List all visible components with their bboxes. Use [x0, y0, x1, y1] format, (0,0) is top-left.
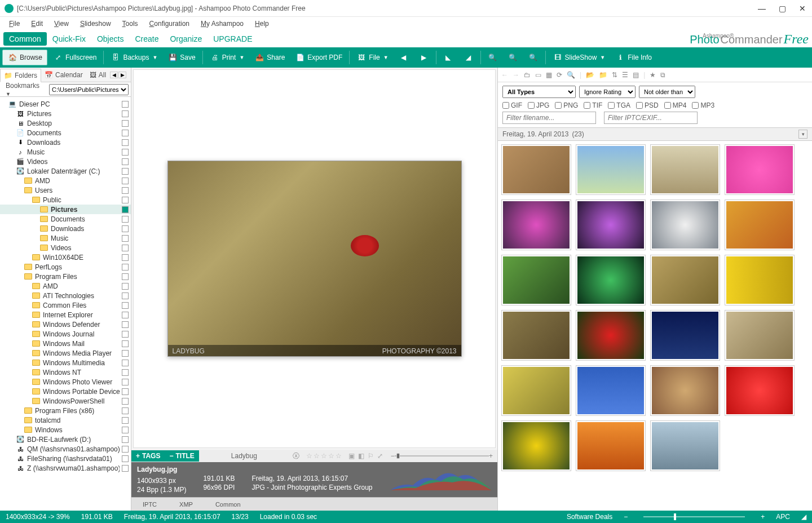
thumbnail[interactable]	[725, 365, 795, 416]
group-header[interactable]: Freitag, 19. April 2013 (23) ▾	[498, 127, 812, 141]
title-clear[interactable]: ⓧ	[289, 451, 303, 461]
tree-node[interactable]: 💻Dieser PC	[0, 99, 131, 109]
software-deals-link[interactable]: Software Deals	[567, 513, 612, 521]
tree-node[interactable]: 🖥Desktop	[0, 118, 131, 128]
zoom-fit-button[interactable]: 🔍	[504, 50, 523, 65]
chk-gif[interactable]: GIF	[502, 101, 522, 109]
tree-node[interactable]: Windows NT	[0, 367, 131, 377]
tree-node[interactable]: 🖧QM (\\ashsrvnas01.ashampoo)	[0, 444, 131, 454]
thumbnail[interactable]	[725, 144, 795, 195]
close-button[interactable]: ✕	[797, 4, 807, 13]
star-icon[interactable]: ★	[650, 71, 656, 79]
tab-organize[interactable]: Organize	[164, 32, 208, 46]
menu-help[interactable]: Help	[250, 19, 273, 29]
refresh-icon[interactable]: ⟳	[557, 71, 562, 79]
chk-png[interactable]: PNG	[555, 101, 578, 109]
tree-node[interactable]: ⬇Downloads	[0, 138, 131, 147]
path-select[interactable]: C:\Users\Public\Pictures	[49, 84, 129, 95]
export-pdf-button[interactable]: 📄 Export PDF	[290, 50, 347, 65]
chk-tif[interactable]: TIF	[584, 101, 602, 109]
slideshow-button[interactable]: 🎞 SlideShow▼	[548, 50, 610, 65]
chk-psd[interactable]: PSD	[636, 101, 659, 109]
bookmarks-dropdown[interactable]: Bookmarks ▼	[2, 81, 47, 99]
tree-node[interactable]: Pictures	[0, 205, 131, 214]
star-icon[interactable]: ☆	[314, 452, 320, 460]
age-filter[interactable]: Not older than...	[639, 86, 695, 98]
zoom-in-button[interactable]: 🔍	[524, 50, 543, 65]
fullscreen-button[interactable]: ⤢ Fullscreen	[48, 50, 101, 65]
favorite-icon[interactable]: ▣	[348, 452, 355, 460]
copy2-icon[interactable]: ⧉	[660, 71, 665, 79]
rating-filter[interactable]: Ignore Rating	[579, 86, 636, 98]
thumbnail[interactable]	[576, 200, 646, 250]
flag-icon[interactable]: ⚐	[368, 452, 374, 460]
copy-icon[interactable]: 🗀	[524, 71, 531, 79]
folder-tree[interactable]: 💻Dieser PC🖼Pictures🖥Desktop📄Documents⬇Do…	[0, 97, 131, 511]
menu-myashampoo[interactable]: My Ashampoo	[196, 19, 248, 29]
thumbnail[interactable]	[576, 365, 646, 416]
tree-node[interactable]: 🖧Z (\\ashsrvwuma01.ashampoo)	[0, 463, 131, 473]
tree-node[interactable]: Public	[0, 195, 131, 205]
thumbnail[interactable]	[576, 420, 646, 471]
compare-icon[interactable]: ◧	[358, 452, 364, 460]
tab-iptc[interactable]: IPTC	[131, 499, 168, 510]
tree-node[interactable]: 💽BD-RE-Laufwerk (D:)	[0, 435, 131, 444]
chk-mp4[interactable]: MP4	[664, 101, 687, 109]
tree-node[interactable]: 🖼Pictures	[0, 109, 131, 118]
thumbnail[interactable]	[725, 255, 795, 305]
menu-file[interactable]: File	[5, 19, 24, 29]
zoom-slider[interactable]	[643, 516, 745, 517]
zoom-out-button[interactable]: 🔍	[483, 50, 502, 65]
tags-button[interactable]: +TAGS	[131, 450, 165, 462]
menu-slideshow[interactable]: Slideshow	[76, 19, 116, 29]
thumbnail[interactable]	[650, 200, 720, 250]
tab-common-meta[interactable]: Common	[204, 499, 252, 510]
tree-node[interactable]: Program Files	[0, 272, 131, 281]
tree-node[interactable]: Music	[0, 233, 131, 243]
chk-jpg[interactable]: JPG	[528, 101, 549, 109]
tree-node[interactable]: totalcmd	[0, 415, 131, 425]
tab-common[interactable]: Common	[3, 32, 47, 46]
filter-iptc-input[interactable]	[604, 112, 698, 124]
fileinfo-button[interactable]: ℹ File Info	[611, 50, 656, 65]
tree-node[interactable]: Windows Media Player	[0, 348, 131, 358]
rotate-left-button[interactable]: ◣	[439, 50, 458, 65]
thumbnail[interactable]	[725, 200, 795, 250]
nav-fwd-icon[interactable]: →	[513, 71, 519, 79]
print-button[interactable]: 🖨 Print▼	[205, 50, 249, 65]
list-icon[interactable]: ☰	[622, 71, 628, 79]
tree-node[interactable]: Windows Journal	[0, 329, 131, 339]
next-button[interactable]: ▶	[414, 50, 434, 65]
thumbnail[interactable]	[650, 365, 720, 416]
grid-icon[interactable]: ▦	[546, 71, 552, 79]
sort-icon[interactable]: ⇅	[612, 71, 617, 79]
tree-node[interactable]: Common Files	[0, 300, 131, 310]
thumbnail[interactable]	[501, 365, 571, 416]
maximize-button[interactable]: ▢	[777, 4, 787, 13]
resize-grip-icon[interactable]: ◢	[801, 513, 806, 521]
save-button[interactable]: 💾 Save	[163, 50, 200, 65]
tree-node[interactable]: Videos	[0, 243, 131, 252]
thumbnail[interactable]	[501, 255, 571, 305]
tree-node[interactable]: Windows	[0, 425, 131, 435]
menu-view[interactable]: View	[50, 19, 73, 29]
star-icon[interactable]: ☆	[321, 452, 327, 460]
browse-button[interactable]: 🏠 Browse	[2, 50, 47, 65]
rating-stars[interactable]: ☆ ☆ ☆ ☆ ☆	[303, 452, 345, 460]
rotate-right-button[interactable]: ◢	[459, 50, 478, 65]
lefttabs-next[interactable]: ▶	[118, 72, 126, 78]
tab-objects[interactable]: Objects	[91, 32, 129, 46]
filter-filename-input[interactable]	[502, 112, 596, 124]
tab-all[interactable]: 🖼 All	[86, 69, 109, 81]
minimize-button[interactable]: —	[757, 4, 767, 13]
thumbnail[interactable]	[501, 310, 571, 361]
tab-create[interactable]: Create	[129, 32, 164, 46]
image-viewer[interactable]: LADYBUG PHOTOGRAPHY ©2013	[133, 69, 496, 448]
tree-node[interactable]: Windows Defender	[0, 320, 131, 329]
tree-node[interactable]: 📄Documents	[0, 128, 131, 138]
tree-node[interactable]: Windows Multimedia	[0, 358, 131, 367]
tab-quickfix[interactable]: Quick-Fix	[47, 32, 91, 46]
thumbnail[interactable]	[650, 420, 720, 471]
thumbnail[interactable]	[650, 144, 720, 195]
thumbnail[interactable]	[501, 420, 571, 471]
